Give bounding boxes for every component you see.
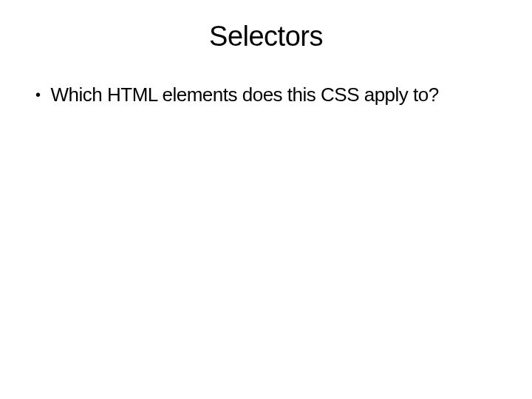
slide-content: • Which HTML elements does this CSS appl…: [30, 83, 502, 106]
bullet-item: • Which HTML elements does this CSS appl…: [35, 83, 502, 106]
bullet-text: Which HTML elements does this CSS apply …: [51, 83, 502, 106]
bullet-marker: •: [35, 83, 41, 106]
slide: Selectors • Which HTML elements does thi…: [0, 0, 532, 399]
slide-title: Selectors: [30, 21, 502, 52]
